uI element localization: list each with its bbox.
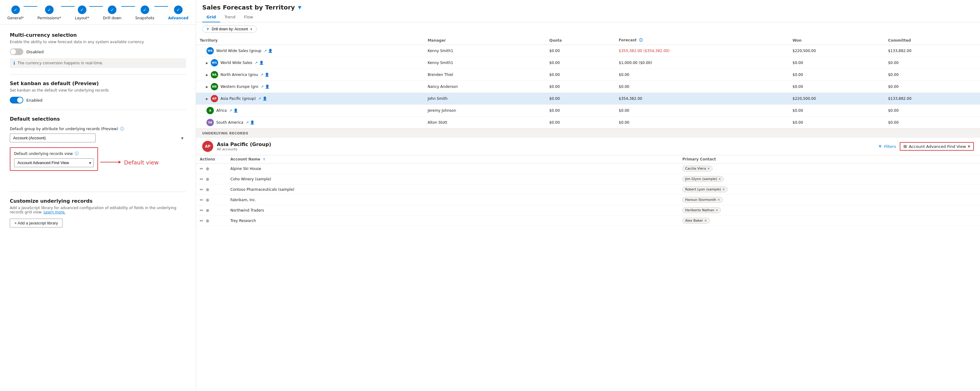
tab-grid[interactable]: Grid — [202, 12, 220, 22]
avatar-4: AP — [211, 95, 218, 102]
expand-icon-4[interactable]: ▶ — [206, 97, 208, 100]
group-help-icon[interactable]: ⓘ — [120, 126, 124, 132]
info-circle-icon-4[interactable]: ⊕ — [206, 208, 210, 213]
tab-flow[interactable]: Flow — [240, 12, 257, 22]
step-drilldown[interactable]: ✓ Drill down — [103, 5, 121, 20]
edit-icon-4[interactable]: ✏ — [200, 208, 204, 213]
person-icon-6[interactable]: 👤 — [250, 120, 255, 125]
edit-icon-3[interactable]: ✏ — [200, 197, 204, 202]
connector-3 — [89, 6, 103, 7]
info-circle-icon-2[interactable]: ⊕ — [206, 187, 210, 192]
share-icon-2[interactable]: ↗ — [260, 73, 264, 77]
forecast-5: $0.00 — [615, 105, 789, 117]
view-selector-label: Account Advanced Find View — [909, 144, 966, 149]
step-label-drilldown: Drill down — [103, 16, 121, 20]
forecast-header: Sales Forecast by Territory ▼ — [196, 0, 980, 11]
committed-5: $0.00 — [885, 105, 980, 117]
underlying-table: Actions Account Name ↑ Primary Contact ✏… — [196, 155, 980, 226]
actions-cell-2: ✏ ⊕ — [196, 184, 227, 195]
edit-icon-5[interactable]: ✏ — [200, 218, 204, 223]
list-item: ✏ ⊕ Trey Research Alex Baker ✕ — [196, 216, 980, 226]
avatar-6: SA — [207, 119, 214, 126]
contact-chip-2: Robert Lyon (sample) ✕ — [682, 186, 727, 192]
contact-2: Robert Lyon (sample) ✕ — [679, 184, 980, 195]
share-icon-1[interactable]: ↗ — [255, 60, 258, 65]
edit-icon-0[interactable]: ✏ — [200, 166, 204, 171]
view-selector[interactable]: ⊞ Account Advanced Find View ▼ — [900, 142, 974, 151]
share-icon-6[interactable]: ↗ — [246, 120, 249, 125]
person-icon-0[interactable]: 👤 — [268, 49, 273, 53]
add-javascript-button[interactable]: + Add a javascript library — [10, 219, 62, 227]
committed-3: $0.00 — [885, 81, 980, 93]
table-row: A Africa ↗ 👤 Jeremy Johnson $0.00 $0.00 … — [196, 105, 980, 117]
edit-icon-2[interactable]: ✏ — [200, 187, 204, 192]
person-icon-2[interactable]: 👤 — [265, 73, 269, 77]
multicurrency-title: Multi-currency selection — [10, 32, 186, 38]
contact-chip-close-2[interactable]: ✕ — [722, 188, 725, 191]
quota-2: $0.00 — [546, 69, 615, 81]
expand-icon-1[interactable]: ▶ — [206, 61, 208, 65]
connector-4 — [121, 6, 135, 7]
share-icon-4[interactable]: ↗ — [258, 97, 261, 101]
sort-icon[interactable]: ↑ — [263, 158, 265, 161]
info-circle-icon-1[interactable]: ⊕ — [206, 176, 210, 181]
contact-chip-close-1[interactable]: ✕ — [718, 177, 721, 181]
contact-chip-close-5[interactable]: ✕ — [704, 219, 707, 222]
info-circle-icon-0[interactable]: ⊕ — [206, 166, 210, 171]
action-icons-5: ✏ ⊕ — [200, 218, 223, 223]
customize-desc: Add a JavaScript library for advanced co… — [10, 206, 186, 215]
connector-5 — [154, 6, 168, 7]
filters-label: Filters — [884, 144, 896, 149]
step-circle-permissions: ✓ — [45, 5, 54, 14]
forecast-info-icon[interactable]: ⓘ — [639, 38, 643, 42]
step-advanced[interactable]: ✓ Advanced — [168, 5, 188, 20]
info-circle-icon-5[interactable]: ⊕ — [206, 218, 210, 223]
territory-name-4: Asia Pacific (group) — [221, 97, 256, 101]
share-icon-5[interactable]: ↗ — [229, 108, 232, 113]
step-label-general: General* — [7, 16, 24, 20]
multicurrency-toggle[interactable] — [10, 48, 23, 55]
row-icons-6: ↗ 👤 — [246, 120, 255, 125]
contact-chip-close-4[interactable]: ✕ — [716, 208, 718, 212]
learn-more-link[interactable]: Learn more. — [43, 210, 65, 215]
list-item: ✏ ⊕ Coho Winery (sample) Jim Glynn (samp… — [196, 174, 980, 184]
step-snapshots[interactable]: ✓ Snapshots — [135, 5, 154, 20]
contact-chip-close-3[interactable]: ✕ — [718, 198, 720, 202]
step-general[interactable]: ✓ General* — [7, 5, 24, 20]
group-select[interactable]: Account (Account)OwnerTerritory — [10, 134, 95, 142]
quota-6: $0.00 — [546, 117, 615, 129]
kanban-toggle[interactable] — [10, 97, 23, 103]
filters-button[interactable]: ⛛ Filters — [878, 144, 896, 149]
customize-title: Customize underlying records — [10, 198, 186, 204]
share-icon-3[interactable]: ↗ — [261, 84, 264, 89]
col-actions: Actions — [196, 155, 227, 164]
info-circle-icon-3[interactable]: ⊕ — [206, 197, 210, 202]
person-icon-1[interactable]: 👤 — [259, 60, 264, 65]
drill-label: Drill down by: Account — [212, 27, 248, 31]
expand-icon-3[interactable]: ▶ — [206, 85, 208, 89]
view-help-icon[interactable]: ⓘ — [75, 151, 79, 156]
share-icon-0[interactable]: ↗ — [264, 49, 267, 53]
underlying-toolbar: ⛛ Filters ⊞ Account Advanced Find View ▼ — [878, 142, 974, 151]
step-permissions[interactable]: ✓ Permissions* — [37, 5, 61, 20]
territory-name-3: Western Europe (gro — [221, 84, 258, 89]
forecast-table: Territory Manager Quota Forecast ⓘ Won C… — [196, 36, 980, 129]
list-item: ✏ ⊕ Fabrikam, Inc. Haroun Stormonth ✕ — [196, 195, 980, 205]
person-icon-3[interactable]: 👤 — [265, 84, 270, 89]
forecast-chevron-icon[interactable]: ▼ — [298, 5, 301, 10]
expand-icon-2[interactable]: ▶ — [206, 73, 208, 76]
contact-chip-close-0[interactable]: ✕ — [707, 167, 710, 170]
drill-down-button[interactable]: ⛛ Drill down by: Account ▼ — [202, 25, 257, 33]
step-label-permissions: Permissions* — [37, 16, 61, 20]
forecast-header-row: Territory Manager Quota Forecast ⓘ Won C… — [196, 36, 980, 45]
edit-icon-1[interactable]: ✏ — [200, 176, 204, 181]
step-layout[interactable]: ✓ Layout* — [75, 5, 89, 20]
territory-name-6: South America — [216, 120, 243, 125]
person-icon-5[interactable]: 👤 — [234, 108, 238, 113]
person-icon-4[interactable]: 👤 — [262, 97, 267, 101]
forecast-6: $0.00 — [615, 117, 789, 129]
action-icons-1: ✏ ⊕ — [200, 176, 223, 181]
view-select[interactable]: Account Advanced Find ViewAll AccountsMy… — [14, 158, 94, 167]
tab-trend[interactable]: Trend — [220, 12, 240, 22]
connector-1 — [24, 6, 37, 7]
